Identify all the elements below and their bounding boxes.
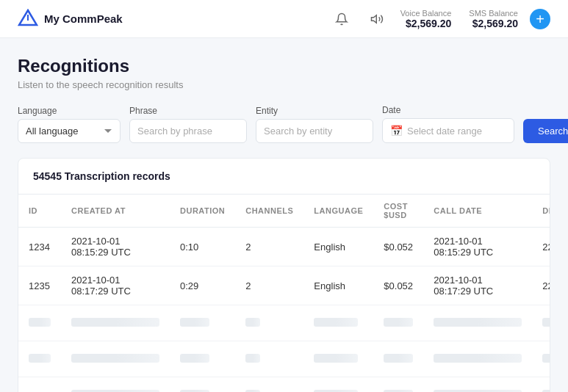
cell-id: 1235 xyxy=(18,266,61,305)
date-filter-group: Date 📅 Select date range xyxy=(382,105,514,143)
cell-id: 1221 xyxy=(18,377,61,393)
cell-duration: 0:29 xyxy=(170,266,235,305)
cell-call-date: 2021-10-01 08:15:29 UTC xyxy=(423,228,532,266)
cell-created-at: 2021-10-01 08:17:29 UTC xyxy=(61,266,170,305)
language-filter-group: Language All language xyxy=(18,106,121,143)
sms-balance: SMS Balance $2,569.20 xyxy=(469,9,518,29)
cell-created-at xyxy=(61,305,170,341)
cell-destination xyxy=(532,377,550,393)
sms-balance-label: SMS Balance xyxy=(469,9,518,18)
cell-channels xyxy=(235,377,303,393)
bell-icon xyxy=(335,12,348,26)
table-body: 1234 2021-10-01 08:15:29 UTC 0:10 2 Engl… xyxy=(18,228,550,393)
add-icon: + xyxy=(536,12,544,26)
cell-destination xyxy=(532,341,550,377)
cell-language: English xyxy=(303,228,373,266)
logo-icon xyxy=(18,9,38,29)
date-placeholder: Select date range xyxy=(407,126,482,137)
cell-cost: $0.052 xyxy=(373,228,423,266)
col-cost: COST $USD xyxy=(373,195,423,228)
table-card: 54545 Transcription records ID CREATED A… xyxy=(18,158,550,392)
table-row: 1235 2021-10-01 08:17:29 UTC 0:29 2 Engl… xyxy=(18,266,550,305)
voice-balance: Voice Balance $2,569.20 xyxy=(400,9,452,29)
entity-filter-group: Entity xyxy=(256,106,373,143)
cell-channels: 2 xyxy=(235,266,303,305)
phrase-filter-group: Phrase xyxy=(129,106,247,143)
cell-duration xyxy=(170,305,235,341)
add-button[interactable]: + xyxy=(530,9,550,29)
cell-id xyxy=(18,305,61,341)
cell-cost xyxy=(373,305,423,341)
cell-created-at xyxy=(61,341,170,377)
cell-channels: 2 xyxy=(235,228,303,266)
search-button[interactable]: Search xyxy=(523,119,568,143)
cell-id xyxy=(18,341,61,377)
language-select[interactable]: All language xyxy=(18,119,121,143)
col-created-at: CREATED AT xyxy=(61,195,170,228)
date-range-input[interactable]: 📅 Select date range xyxy=(382,118,514,143)
filters-row: Language All language Phrase Entity Date… xyxy=(18,105,550,143)
megaphone-button[interactable] xyxy=(365,7,389,31)
cell-destination xyxy=(532,305,550,341)
svg-marker-2 xyxy=(371,15,376,23)
column-header-row: ID CREATED AT DURATION CHANNELS LANGUAGE… xyxy=(18,195,550,228)
entity-label: Entity xyxy=(256,106,373,116)
cell-destination: 221770913333 xyxy=(532,266,550,305)
bell-button[interactable] xyxy=(330,7,353,31)
app-name: My CommPeak xyxy=(44,12,123,25)
cell-channels xyxy=(235,305,303,341)
cell-cost xyxy=(373,341,423,377)
header: My CommPeak Voice Balance $2,569.20 SMS … xyxy=(0,0,568,38)
col-channels: CHANNELS xyxy=(235,195,303,228)
cell-language xyxy=(303,305,373,341)
phrase-input[interactable] xyxy=(129,119,247,143)
cell-language xyxy=(303,377,373,393)
transcription-table: ID CREATED AT DURATION CHANNELS LANGUAGE… xyxy=(18,195,550,392)
table-header: 54545 Transcription records xyxy=(18,159,550,195)
header-actions: Voice Balance $2,569.20 SMS Balance $2,5… xyxy=(330,7,550,31)
table-row: View xyxy=(18,305,550,341)
calendar-icon: 📅 xyxy=(390,125,403,137)
cell-call-date: 2021-10-01 08:17:29 UTC xyxy=(423,266,532,305)
main-content: Recognitions Listen to the speech recogn… xyxy=(0,38,568,392)
col-duration: DURATION xyxy=(170,195,235,228)
logo: My CommPeak xyxy=(18,9,123,29)
balance-group: Voice Balance $2,569.20 SMS Balance $2,5… xyxy=(400,9,518,29)
page-subtitle: Listen to the speech recognition results xyxy=(18,79,550,90)
page-title: Recognitions xyxy=(18,56,550,76)
cell-language xyxy=(303,341,373,377)
phrase-label: Phrase xyxy=(129,106,247,116)
megaphone-icon xyxy=(370,12,384,26)
voice-balance-label: Voice Balance xyxy=(400,9,452,18)
cell-call-date xyxy=(423,377,532,393)
cell-duration: 0:10 xyxy=(170,228,235,266)
col-language: LANGUAGE xyxy=(303,195,373,228)
cell-id: 1234 xyxy=(18,228,61,266)
sms-balance-value: $2,569.20 xyxy=(472,18,518,29)
cell-language: English xyxy=(303,266,373,305)
table-head: ID CREATED AT DURATION CHANNELS LANGUAGE… xyxy=(18,195,550,228)
col-destination: DESTINATION xyxy=(532,195,550,228)
voice-balance-value: $2,569.20 xyxy=(406,18,451,29)
table-row: View xyxy=(18,341,550,377)
col-call-date: CALL DATE xyxy=(423,195,532,228)
cell-destination: 221770913333 xyxy=(532,228,550,266)
cell-created-at xyxy=(61,377,170,393)
col-id: ID xyxy=(18,195,61,228)
cell-duration xyxy=(170,341,235,377)
table-row: 1234 2021-10-01 08:15:29 UTC 0:10 2 Engl… xyxy=(18,228,550,266)
date-label: Date xyxy=(382,105,514,115)
record-count: 54545 Transcription records xyxy=(33,170,170,182)
cell-cost xyxy=(373,377,423,393)
table-row: 1221 View xyxy=(18,377,550,393)
cell-channels xyxy=(235,341,303,377)
cell-duration xyxy=(170,377,235,393)
cell-created-at: 2021-10-01 08:15:29 UTC xyxy=(61,228,170,266)
cell-call-date xyxy=(423,305,532,341)
cell-call-date xyxy=(423,341,532,377)
cell-cost: $0.052 xyxy=(373,266,423,305)
language-label: Language xyxy=(18,106,121,116)
entity-input[interactable] xyxy=(256,119,373,143)
